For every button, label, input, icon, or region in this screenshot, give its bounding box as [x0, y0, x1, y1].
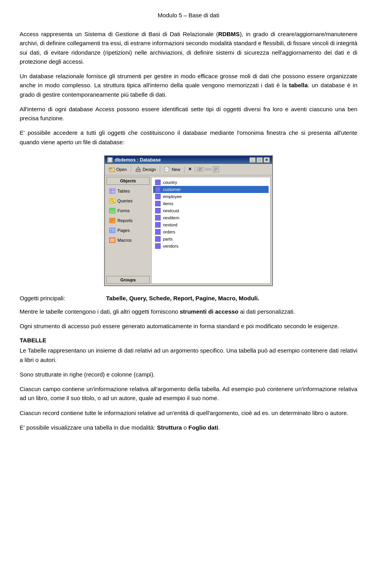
design-icon	[135, 166, 141, 173]
svg-text:e: e	[111, 229, 113, 232]
tabelle-para3: Ciascun campo contiene un'informazione r…	[20, 384, 357, 403]
sidebar-item-queries[interactable]: Queries	[106, 196, 150, 206]
intro-para4: All'interno di ogni database Access poss…	[20, 105, 357, 123]
svg-rect-2	[136, 169, 141, 172]
list-item[interactable]: orders	[153, 228, 269, 235]
db-titlebar: 🗄 dbdemos : Database _ □ ✕	[105, 156, 272, 164]
intro-para1: Access rappresenta un Sistema di Gestion…	[20, 29, 357, 66]
table-name-parts: parts	[163, 237, 172, 241]
table-name-country: country	[163, 180, 177, 185]
tables-icon	[109, 188, 115, 194]
macros-icon: ⚡	[109, 237, 115, 243]
new-button[interactable]: New	[162, 165, 183, 174]
svg-text:⚡: ⚡	[110, 238, 114, 242]
struttura-bold: Struttura	[157, 424, 182, 431]
table-name-customer: customer	[163, 187, 181, 192]
svg-rect-19	[110, 189, 115, 193]
maximize-button[interactable]: □	[256, 157, 263, 163]
table-icon	[155, 229, 161, 235]
list-item[interactable]: customer	[153, 186, 269, 193]
oggetti-principali-row: Oggetti principali: Tabelle, Query, Sche…	[20, 295, 357, 301]
db-window-title: dbdemos : Database	[115, 157, 161, 163]
design-label: Design	[143, 167, 156, 172]
objects-header: Objects	[106, 177, 150, 185]
db-titlebar-left: 🗄 dbdemos : Database	[107, 157, 161, 163]
list-item[interactable]: nextitem	[153, 214, 269, 221]
mentre-para1: Mentre le tabelle contengono i dati, gli…	[20, 307, 357, 316]
oggetti-value: Tabelle, Query, Schede, Report, Pagine, …	[106, 295, 259, 301]
sidebar-item-forms[interactable]: Forms	[106, 206, 150, 215]
table-name-employee: employee	[163, 194, 182, 199]
svg-point-12	[205, 168, 207, 171]
table-icon	[155, 187, 161, 192]
db-toolbar: Open Design New ✕	[105, 164, 272, 175]
list-item[interactable]: parts	[153, 235, 269, 243]
close-button[interactable]: ✕	[264, 157, 270, 163]
groups-header: Groups	[106, 276, 150, 284]
table-icon	[155, 208, 161, 213]
open-icon	[109, 166, 115, 173]
minimize-button[interactable]: _	[249, 157, 256, 163]
table-icon	[155, 201, 161, 206]
svg-point-13	[209, 168, 211, 171]
table-name-vendors: vendors	[163, 244, 178, 248]
db-titlebar-controls: _ □ ✕	[249, 157, 270, 163]
table-icon	[155, 243, 161, 249]
toolbar-sep3	[184, 166, 185, 173]
macros-label: Macros	[117, 238, 132, 243]
tabelle-para4: Ciascun record contiene tutte le informa…	[20, 408, 357, 417]
toolbar-sep1	[131, 166, 131, 173]
table-icon	[155, 222, 161, 228]
svg-marker-3	[136, 167, 140, 169]
reports-icon	[109, 217, 115, 224]
pages-icon: e	[109, 227, 115, 233]
pages-label: Pages	[117, 228, 130, 233]
new-icon	[164, 166, 170, 173]
list-item[interactable]: nextord	[153, 221, 269, 228]
list-item[interactable]: employee	[153, 193, 269, 200]
mentre-para2: Ogni strumento di accesso può essere gen…	[20, 322, 357, 331]
db-left-panel: Objects Tables Queries	[106, 177, 150, 284]
design-button[interactable]: Design	[133, 165, 158, 174]
tabella-bold: tabella	[289, 82, 308, 88]
properties-icon	[197, 166, 204, 173]
db-app-icon: 🗄	[107, 157, 113, 163]
intro-para5: E' possibile accedere a tutti gli oggett…	[20, 128, 357, 147]
forms-label: Forms	[117, 208, 130, 213]
tabelle-para5: E' possibile visualizzare una tabella in…	[20, 423, 357, 432]
table-icon	[155, 180, 161, 185]
table-name-nextcust: nextcust	[163, 208, 179, 213]
toolbar-sep4	[195, 166, 195, 173]
oggetti-label: Oggetti principali:	[20, 295, 106, 301]
relationships-icon	[205, 166, 212, 173]
sidebar-item-tables[interactable]: Tables	[106, 186, 150, 196]
delete-button[interactable]: ✕	[186, 166, 193, 173]
tables-label: Tables	[117, 189, 130, 193]
toolbar-sep2	[160, 166, 160, 173]
queries-icon	[109, 198, 115, 204]
foglio-dati-bold: Foglio dati	[188, 424, 218, 431]
modules-icon	[212, 166, 220, 173]
reports-label: Reports	[117, 218, 133, 223]
list-item[interactable]: country	[153, 179, 269, 186]
list-item[interactable]: vendors	[153, 243, 269, 250]
table-name-nextord: nextord	[163, 222, 178, 227]
sidebar-item-macros[interactable]: ⚡ Macros	[106, 235, 150, 245]
sidebar-item-reports[interactable]: Reports	[106, 216, 150, 225]
open-label: Open	[116, 167, 127, 172]
forms-icon	[109, 208, 115, 214]
sidebar-item-pages[interactable]: e Pages	[106, 226, 150, 235]
table-name-orders: orders	[163, 230, 175, 234]
list-item[interactable]: nextcust	[153, 207, 269, 214]
svg-rect-1	[109, 168, 112, 169]
tabelle-para2: Sono strutturate in righe (record) e col…	[20, 370, 357, 379]
db-right-panel: country customer employee items nextcust	[151, 177, 271, 284]
queries-label: Queries	[117, 198, 133, 203]
rdbms-smallcaps: RDBMS	[218, 31, 240, 37]
tabelle-header: TABELLE	[20, 337, 357, 344]
tabelle-para1: Le Tabelle rappresentano un insieme di d…	[20, 346, 357, 364]
list-item[interactable]: items	[153, 200, 269, 207]
svg-rect-26	[110, 209, 114, 210]
db-window: 🗄 dbdemos : Database _ □ ✕ Open Design	[104, 155, 273, 286]
open-button[interactable]: Open	[106, 165, 129, 174]
